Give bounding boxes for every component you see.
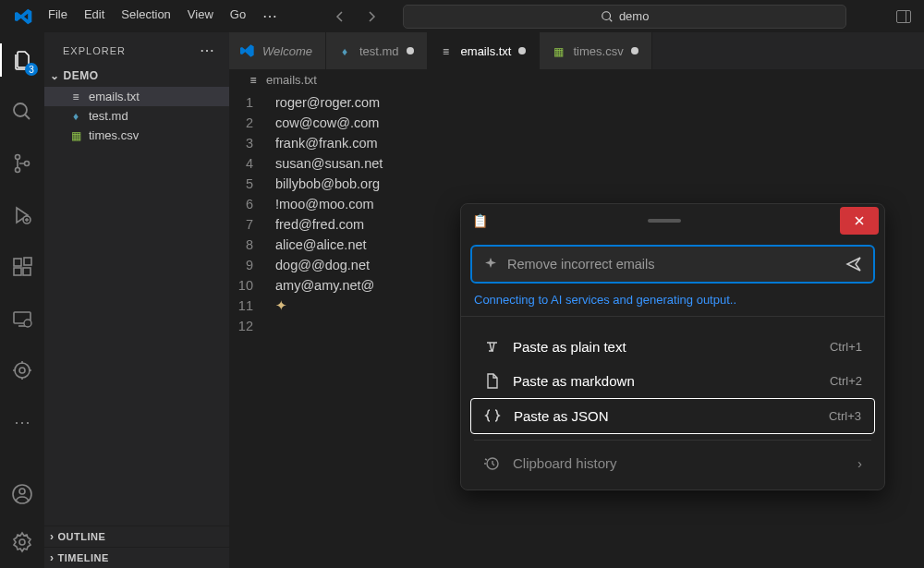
svg-point-3 — [16, 168, 20, 173]
tab-label: emails.txt — [461, 44, 512, 58]
breadcrumb[interactable]: ≡ emails.txt — [229, 69, 924, 91]
editor-line[interactable]: 4susan@susan.net — [229, 153, 924, 174]
editor-line[interactable]: 3frank@frank.com — [229, 133, 924, 153]
editor-line[interactable]: 5billybob@bob.org — [229, 174, 924, 194]
file-name: emails.txt — [89, 90, 140, 103]
close-icon — [853, 214, 866, 227]
outline-section[interactable]: › OUTLINE — [44, 526, 229, 547]
paste-options-list: Paste as plain textCtrl+1Paste as markdo… — [461, 316, 884, 489]
activity-search-icon[interactable] — [9, 99, 35, 125]
clipboard-history[interactable]: Clipboard history› — [470, 446, 875, 480]
file-tree-item[interactable]: ♦test.md — [44, 106, 229, 126]
unsaved-dot-icon — [631, 47, 638, 54]
menu-go[interactable]: Go — [223, 4, 253, 29]
editor-line[interactable]: 1roger@roger.com — [229, 92, 924, 113]
close-button[interactable] — [840, 207, 879, 235]
line-content: !moo@moo.com — [275, 194, 374, 214]
paste-popup: 📋 Remove incorrect emails Connecting to … — [460, 203, 885, 490]
drag-handle[interactable] — [488, 219, 840, 223]
line-content: alice@alice.net — [275, 235, 367, 255]
activity-remote-icon[interactable] — [9, 306, 35, 332]
menu-file[interactable]: File — [41, 4, 75, 29]
history-icon — [483, 455, 500, 471]
activity-source-control-icon[interactable] — [9, 151, 35, 176]
sidebar-more-icon[interactable]: ⋯ — [200, 42, 216, 59]
line-number: 8 — [229, 235, 275, 255]
paste-option-label: Paste as markdown — [513, 373, 635, 389]
line-number: 10 — [229, 275, 275, 296]
activity-run-debug-icon[interactable] — [9, 202, 35, 228]
activity-explorer-icon[interactable]: 3 — [9, 47, 35, 73]
svg-point-11 — [24, 320, 31, 327]
send-icon[interactable] — [845, 256, 862, 272]
menu-selection[interactable]: Selection — [114, 4, 177, 29]
paste-option-icon — [484, 408, 501, 424]
paste-option-label: Paste as JSON — [514, 408, 609, 424]
menu-view[interactable]: View — [180, 4, 221, 29]
activity-settings-icon[interactable] — [9, 529, 35, 555]
keyboard-shortcut: Ctrl+1 — [830, 340, 862, 354]
timeline-section[interactable]: › TIMELINE — [44, 547, 229, 568]
line-content: billybob@bob.org — [275, 174, 380, 194]
nav-forward-icon[interactable] — [364, 9, 379, 24]
command-center-search[interactable]: demo — [403, 5, 846, 29]
menu-edit[interactable]: Edit — [77, 4, 112, 29]
keyboard-shortcut: Ctrl+2 — [830, 374, 862, 388]
paste-option[interactable]: Paste as markdownCtrl+2 — [470, 364, 875, 398]
line-content: roger@roger.com — [275, 92, 380, 113]
timeline-label: TIMELINE — [58, 552, 109, 563]
chevron-right-icon: › — [857, 455, 862, 471]
editor-tab[interactable]: ♦test.md — [326, 32, 428, 69]
paste-option[interactable]: Paste as JSONCtrl+3 — [470, 398, 875, 434]
editor-tab[interactable]: Welcome — [229, 32, 326, 69]
line-content: dog@@dog.net — [275, 255, 370, 275]
activity-accounts-icon[interactable] — [9, 481, 35, 507]
folder-header[interactable]: ⌄ DEMO — [44, 66, 229, 85]
search-icon — [601, 10, 614, 23]
line-number: 2 — [229, 113, 275, 133]
svg-rect-7 — [14, 268, 21, 275]
paste-option[interactable]: Paste as plain textCtrl+1 — [470, 330, 875, 364]
keyboard-shortcut: Ctrl+3 — [829, 409, 861, 423]
tab-bar: Welcome♦test.md≡emails.txt▦times.csv — [229, 32, 924, 69]
editor-tab[interactable]: ▦times.csv — [540, 32, 651, 69]
svg-point-1 — [14, 103, 27, 116]
editor-tab[interactable]: ≡emails.txt — [428, 32, 541, 69]
file-tree-item[interactable]: ≡emails.txt — [44, 87, 229, 106]
activity-testing-icon[interactable] — [9, 357, 35, 383]
svg-point-16 — [19, 539, 25, 545]
svg-point-12 — [15, 363, 30, 378]
activity-extensions-icon[interactable] — [9, 254, 35, 280]
editor-line[interactable]: 2cow@cow@.com — [229, 113, 924, 133]
line-number: 6 — [229, 194, 275, 214]
nav-arrows — [333, 9, 379, 24]
unsaved-dot-icon — [518, 47, 526, 54]
folder-name: DEMO — [64, 69, 99, 82]
line-number: 7 — [229, 214, 275, 235]
nav-back-icon[interactable] — [333, 9, 347, 24]
ai-status-text: Connecting to AI services and generating… — [461, 291, 884, 316]
svg-rect-8 — [23, 268, 30, 275]
chevron-right-icon: › — [50, 551, 55, 564]
line-content: ✦ — [275, 296, 287, 316]
menu-bar: File Edit Selection View Go ⋯ — [41, 4, 286, 29]
svg-point-4 — [25, 162, 30, 166]
menu-more-icon[interactable]: ⋯ — [255, 4, 286, 29]
line-content: amy@amy.net@ — [275, 275, 374, 296]
activity-more-icon[interactable]: ⋯ — [9, 409, 35, 435]
line-number: 3 — [229, 133, 275, 153]
activity-bar: 3 ⋯ — [0, 32, 44, 568]
breadcrumb-text: emails.txt — [266, 73, 317, 87]
file-tree-item[interactable]: ▦times.csv — [44, 126, 229, 145]
paste-option-icon — [483, 373, 500, 389]
tab-icon: ▦ — [551, 44, 565, 58]
svg-point-2 — [16, 155, 20, 160]
layout-toggle-icon[interactable] — [896, 10, 911, 23]
svg-rect-6 — [14, 259, 21, 266]
title-bar: File Edit Selection View Go ⋯ demo — [0, 0, 924, 32]
sparkle-icon — [483, 257, 498, 272]
svg-point-13 — [19, 368, 25, 373]
divider — [474, 440, 871, 441]
ai-prompt-input[interactable]: Remove incorrect emails — [470, 245, 875, 284]
tab-label: test.md — [359, 44, 399, 58]
